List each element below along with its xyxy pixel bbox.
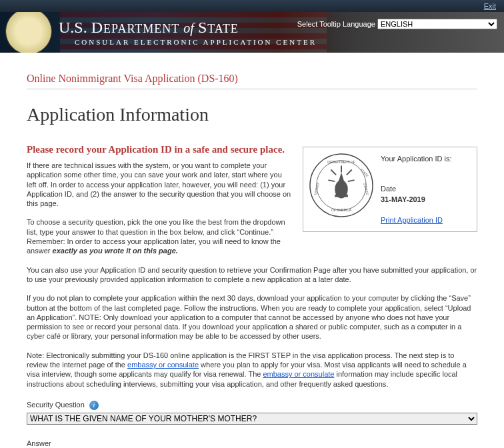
security-question-select[interactable]: WHAT IS THE GIVEN NAME OF YOUR MOTHER'S … [27,413,477,425]
svg-text:DEPARTMENT OF: DEPARTMENT OF [327,161,355,164]
application-id-label: Your Application ID is: [381,154,452,164]
date-value: 31-MAY-2019 [381,195,452,205]
answer-label: Answer [27,439,477,447]
help-info-icon[interactable]: i [89,401,99,410]
embassy-link-1[interactable]: embassy or consulate [127,361,199,369]
print-application-id-link[interactable]: Print Application ID [381,215,443,225]
svg-text:OF AMERICA: OF AMERICA [331,209,352,212]
security-question-label: Security Question [27,401,85,409]
instruction-p5: Note: Electronically submitting your DS-… [27,351,477,389]
instruction-p4: If you do not plan to complete your appl… [27,293,477,341]
exit-link[interactable]: Exit [484,2,496,10]
instruction-p3: You can also use your Application ID and… [27,265,477,285]
page-title: Application Information [27,104,477,125]
state-seal-icon [5,12,52,53]
state-seal-large-icon: DEPARTMENT OF OF AMERICA UNITED STATES S… [309,153,374,218]
svg-rect-3 [335,195,348,197]
embassy-link-2[interactable]: embassy or consulate [263,370,334,378]
application-id-box: DEPARTMENT OF OF AMERICA UNITED STATES S… [303,147,477,232]
tooltip-lang-select[interactable]: ENGLISH [377,19,497,29]
date-label: Date [381,184,452,194]
tooltip-lang-label: Select Tooltip Language [297,20,375,28]
page-subtitle: Online Nonimmigrant Visa Application (DS… [27,73,477,85]
department-title: U.S. DEPARTMENT of STATE CONSULAR ELECTR… [59,19,317,46]
site-header: U.S. DEPARTMENT of STATE CONSULAR ELECTR… [0,12,504,53]
divider [27,89,477,89]
